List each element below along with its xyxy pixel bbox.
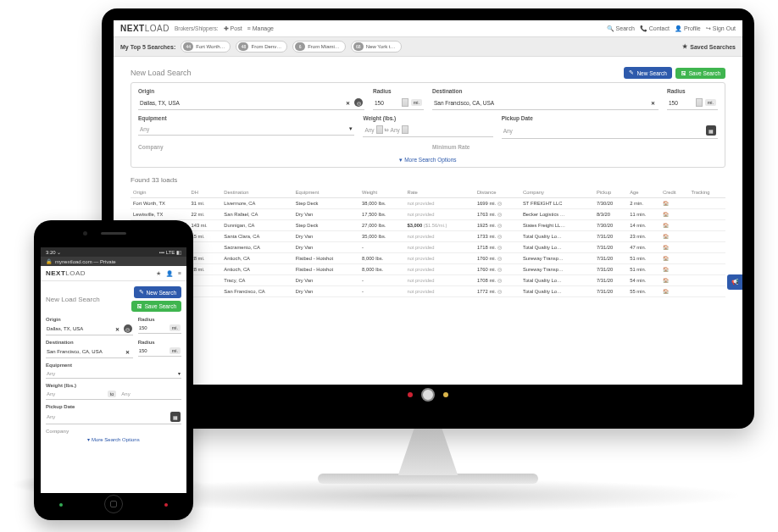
column-header[interactable]: Tracking: [688, 187, 725, 198]
weight-range[interactable]: Any to Any: [46, 389, 181, 400]
weight-to: Any: [391, 127, 400, 133]
column-header[interactable]: Age: [627, 187, 660, 198]
manage-link[interactable]: ≡ Manage: [247, 25, 274, 31]
equipment-label: Equipment: [138, 115, 354, 121]
brand-logo: NEXTLOAD: [46, 269, 86, 277]
radius-unit: mi.: [169, 324, 181, 331]
clear-icon[interactable]: ✕: [124, 347, 132, 356]
radius-label: Radius: [373, 88, 424, 94]
user-icon[interactable]: 👤: [166, 270, 173, 277]
origin-label: Origin: [138, 88, 364, 94]
equipment-select[interactable]: Any ▾: [138, 123, 354, 136]
star-icon[interactable]: ★: [156, 270, 161, 277]
manage-label: Manage: [253, 25, 274, 31]
table-row[interactable]: Fort Worth, TX31 mi.Livermore, CAStep De…: [131, 198, 725, 209]
more-options-toggle[interactable]: ▾ More Search Options: [138, 155, 718, 165]
top5-item[interactable]: 6From Miami…: [292, 41, 346, 53]
profile-link[interactable]: 👤 Profile: [675, 25, 701, 32]
top5-item[interactable]: 68New York t…: [351, 41, 402, 53]
pickup-value: Any: [503, 128, 703, 134]
menu-icon[interactable]: ≡: [178, 270, 181, 277]
new-search-button[interactable]: ✎ New Search: [624, 67, 671, 79]
contact-link[interactable]: 📞 Contact: [640, 25, 670, 32]
url-bar[interactable]: 🔒 mynextload.com — Private: [41, 257, 186, 266]
led-icon: [408, 392, 413, 397]
table-row[interactable]: Dallas, TX-Tracy, CADry Van-not provided…: [131, 275, 725, 286]
equipment-value: Any: [47, 371, 176, 376]
signout-link[interactable]: ↪ Sign Out: [706, 25, 736, 32]
results-table: OriginDHDestinationEquipmentWeightRateDi…: [131, 187, 725, 297]
locate-icon[interactable]: ◎: [354, 98, 363, 107]
signout-label: Sign Out: [713, 25, 736, 31]
calendar-icon[interactable]: ▦: [170, 412, 181, 422]
saved-searches-link[interactable]: ★ Saved Searches: [682, 43, 736, 50]
new-search-button[interactable]: ✎ New Search: [134, 286, 181, 298]
post-link[interactable]: ✚ Post: [224, 25, 242, 32]
url-text: mynextload.com — Private: [55, 259, 116, 264]
dest-radius-input[interactable]: 150 mi.: [138, 346, 181, 357]
feedback-button[interactable]: 📢: [727, 274, 742, 290]
radius-label: Radius: [138, 340, 181, 345]
column-header[interactable]: Pickup: [594, 187, 627, 198]
equipment-select[interactable]: Any ▾: [46, 369, 181, 379]
column-header[interactable]: Distance: [475, 187, 520, 198]
column-header[interactable]: Weight: [359, 187, 404, 198]
save-search-button[interactable]: 🖫 Save Search: [131, 301, 181, 312]
table-row[interactable]: Royse City, TX28 mi.Antioch, CAFlatbed -…: [131, 264, 725, 275]
monitor-chin: [114, 385, 742, 405]
stepper-icon[interactable]: [402, 98, 408, 107]
stepper-icon[interactable]: [402, 125, 408, 134]
column-header[interactable]: Origin: [131, 187, 189, 198]
column-header[interactable]: Rate: [404, 187, 474, 198]
destination-input[interactable]: San Francisco, CA, USA ✕: [46, 346, 133, 358]
destination-value: San Francisco, CA, USA: [47, 349, 122, 354]
clear-icon[interactable]: ✕: [343, 98, 352, 107]
destination-input[interactable]: San Francisco, CA, USA ✕: [432, 96, 659, 110]
pickup-date-input[interactable]: Any ▦: [502, 123, 718, 139]
pickup-date-input[interactable]: Any ▦: [46, 410, 181, 424]
top5-item[interactable]: 48From Denv…: [236, 41, 287, 53]
home-button[interactable]: [104, 495, 123, 513]
column-header[interactable]: Company: [520, 187, 594, 198]
column-header[interactable]: DH: [189, 187, 222, 198]
table-row[interactable]: Dallas, TX-San Francisco, CADry Van-not …: [131, 286, 725, 297]
speaker-icon: [101, 232, 126, 235]
dest-radius-input[interactable]: 150 mi.: [667, 96, 718, 110]
pickup-label: Pickup Date: [502, 115, 718, 121]
origin-radius-input[interactable]: 150 mi.: [373, 96, 424, 110]
more-options-toggle[interactable]: ▾ More Search Options: [46, 434, 181, 445]
clear-icon[interactable]: ✕: [114, 324, 122, 333]
mobile-search-panel: Origin Dallas, TX, USA ✕ ◎ Radius 150 mi…: [41, 317, 186, 445]
status-bar: 3:20 ⌄ ••• LTE ▮▯: [41, 247, 186, 257]
search-link[interactable]: 🔍 Search: [607, 25, 635, 32]
save-search-button[interactable]: 🖫 Save Search: [675, 68, 725, 79]
origin-input[interactable]: Dallas, TX, USA ✕ ◎: [46, 323, 133, 335]
monitor-stand: [381, 429, 475, 475]
top5-item[interactable]: 44Fort Worth…: [181, 41, 231, 53]
origin-radius-input[interactable]: 150 mi.: [138, 323, 181, 334]
stepper-icon[interactable]: [376, 125, 383, 134]
calendar-icon[interactable]: ▦: [706, 125, 716, 136]
column-header[interactable]: Destination: [221, 187, 292, 198]
column-header[interactable]: Equipment: [293, 187, 359, 198]
column-header[interactable]: Credit: [660, 187, 688, 198]
locate-icon[interactable]: ◎: [124, 324, 132, 333]
destination-label: Destination: [432, 88, 659, 94]
company-label: Company: [46, 429, 181, 434]
origin-label: Origin: [46, 317, 133, 322]
table-row[interactable]: Carrollton, TX15 mi.Santa Clara, CADry V…: [131, 231, 725, 242]
table-row[interactable]: Marshall, TX143 mi.Dunnigan, CAStep Deck…: [131, 220, 725, 231]
stepper-icon[interactable]: [696, 98, 703, 107]
brand-next: NEXT: [120, 24, 145, 33]
table-row[interactable]: Royse City, TX28 mi.Antioch, CAFlatbed -…: [131, 253, 725, 264]
phone-body: 3:20 ⌄ ••• LTE ▮▯ 🔒 mynextload.com — Pri…: [34, 220, 193, 520]
table-row[interactable]: Dallas, TX-Sacramento, CADry Van-not pro…: [131, 242, 725, 253]
mobile-header: NEXTLOAD ★ 👤 ≡: [41, 266, 186, 281]
table-row[interactable]: Lewisville, TX22 mi.San Rafael, CADry Va…: [131, 209, 725, 220]
origin-input[interactable]: Dallas, TX, USA ✕ ◎: [138, 96, 364, 110]
weight-range[interactable]: Any to Any: [363, 123, 492, 137]
clear-icon[interactable]: ✕: [648, 98, 657, 107]
profile-label: Profile: [684, 25, 701, 31]
led-icon: [443, 392, 448, 397]
equipment-label: Equipment: [46, 363, 181, 368]
